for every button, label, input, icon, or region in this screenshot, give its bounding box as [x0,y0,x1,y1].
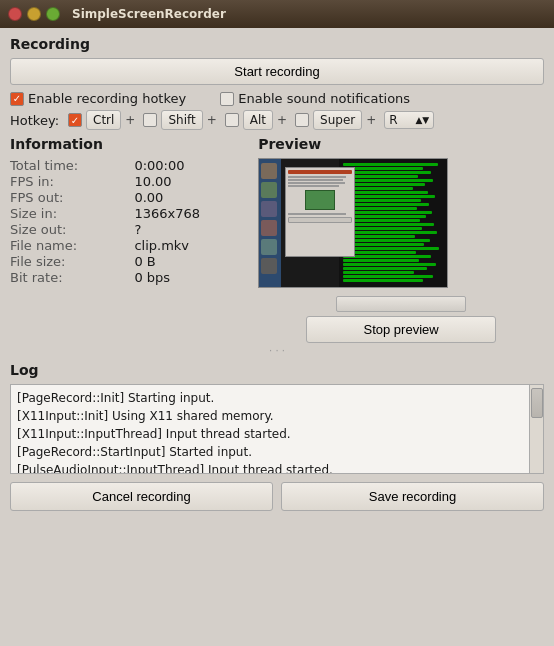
log-box[interactable]: [PageRecord::Init] Starting input. [X11I… [10,384,544,474]
hotkey-shift-checkbox[interactable] [143,113,157,127]
information-section: Information Total time: 0:00:00 FPS in: … [10,136,248,343]
fps-out-label: FPS out: [10,190,126,205]
size-out-label: Size out: [10,222,126,237]
hotkey-alt-key: Alt [243,110,273,130]
file-size-label: File size: [10,254,126,269]
file-name-label: File name: [10,238,126,253]
hotkey-shift-key: Shift [161,110,202,130]
file-size-value: 0 B [134,254,248,269]
start-recording-button[interactable]: Start recording [10,58,544,85]
fps-in-value: 10.00 [134,174,248,189]
total-time-label: Total time: [10,158,126,173]
fps-in-label: FPS in: [10,174,126,189]
log-line-4: [PulseAudioInput::InputThread] Input thr… [17,461,537,474]
hotkey-shift-item: Shift + [143,110,216,130]
hotkey-label: Hotkey: [10,113,60,128]
hotkey-super-key: Super [313,110,362,130]
recording-section-title: Recording [10,36,544,52]
fps-out-value: 0.00 [134,190,248,205]
preview-terminal [281,159,447,287]
cancel-recording-button[interactable]: Cancel recording [10,482,273,511]
information-title: Information [10,136,248,152]
log-line-2: [X11Input::InputThread] Input thread sta… [17,425,537,443]
title-bar: SimpleScreenRecorder [0,0,554,28]
hotkey-ctrl-key: Ctrl [86,110,121,130]
hotkey-super-checkbox[interactable] [295,113,309,127]
hotkey-alt-item: Alt + [225,110,287,130]
enable-sound-checkbox[interactable] [220,92,234,106]
minimize-button[interactable] [27,7,41,21]
maximize-button[interactable] [46,7,60,21]
divider: · · · [10,345,544,356]
preview-progress-bar [336,296,466,312]
file-name-value: clip.mkv [134,238,248,253]
log-line-1: [X11Input::Init] Using X11 shared memory… [17,407,537,425]
bit-rate-value: 0 bps [134,270,248,285]
hotkey-alt-checkbox[interactable] [225,113,239,127]
hotkey-key-select[interactable]: R ▲▼ [384,111,434,129]
enable-hotkey-checkbox[interactable] [10,92,24,106]
bottom-buttons: Cancel recording Save recording [10,482,544,511]
preview-title: Preview [258,136,544,152]
recording-section: Recording Start recording Enable recordi… [10,36,544,130]
log-line-0: [PageRecord::Init] Starting input. [17,389,537,407]
enable-sound-label[interactable]: Enable sound notifications [220,91,410,106]
window-title: SimpleScreenRecorder [72,7,226,21]
preview-sidebar [259,159,281,287]
enable-hotkey-label[interactable]: Enable recording hotkey [10,91,186,106]
total-time-value: 0:00:00 [134,158,248,173]
log-line-3: [PageRecord::StartInput] Started input. [17,443,537,461]
size-out-value: ? [134,222,248,237]
size-in-label: Size in: [10,206,126,221]
log-section: Log [PageRecord::Init] Starting input. [… [10,362,544,474]
hotkey-super-item: Super + [295,110,376,130]
size-in-value: 1366x768 [134,206,248,221]
window-controls[interactable] [8,7,60,21]
preview-image [258,158,448,288]
preview-dialog-overlay [285,167,355,257]
hotkey-ctrl-item: Ctrl + [68,110,135,130]
log-title: Log [10,362,544,378]
close-button[interactable] [8,7,22,21]
preview-section: Preview [258,136,544,343]
bit-rate-label: Bit rate: [10,270,126,285]
hotkey-ctrl-checkbox[interactable] [68,113,82,127]
stop-preview-button[interactable]: Stop preview [306,316,496,343]
save-recording-button[interactable]: Save recording [281,482,544,511]
